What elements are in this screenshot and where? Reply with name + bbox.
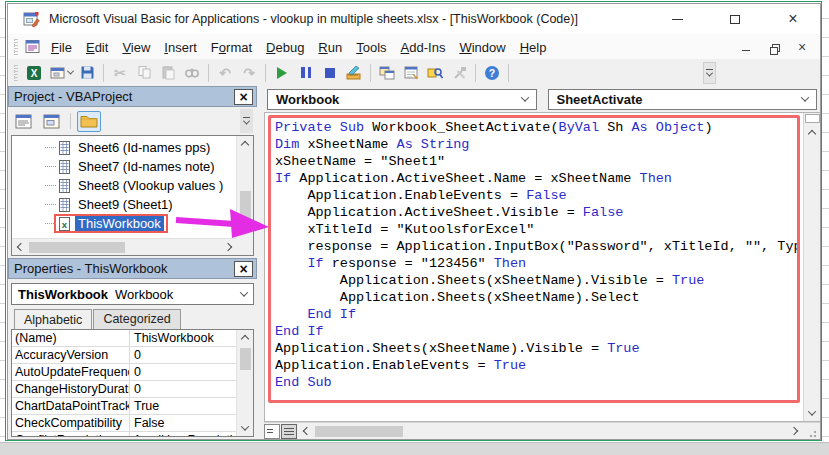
property-row[interactable]: ChangeHistoryDuratio0	[12, 381, 236, 398]
property-row[interactable]: CheckCompatibilityFalse	[12, 415, 236, 432]
scroll-up-icon[interactable]	[237, 136, 254, 153]
break-button[interactable]	[295, 62, 317, 84]
scroll-left-icon[interactable]	[12, 239, 29, 256]
insert-userform-button[interactable]	[47, 62, 69, 84]
toolbar-options-button[interactable]	[703, 62, 716, 84]
code-line: End If	[275, 306, 799, 323]
properties-window-button[interactable]	[400, 62, 422, 84]
object-browser-button[interactable]	[424, 62, 446, 84]
property-value[interactable]: 0	[130, 348, 236, 362]
menu-file[interactable]: File	[44, 37, 79, 58]
view-microsoft-excel-button[interactable]: X	[23, 62, 45, 84]
property-row[interactable]: ConflictResolution1 - xlUserResolution	[12, 432, 236, 436]
properties-vertical-scrollbar[interactable]	[236, 330, 253, 436]
property-value[interactable]: False	[130, 416, 236, 430]
scroll-down-icon[interactable]	[237, 419, 254, 436]
object-dropdown[interactable]: Workbook	[267, 89, 537, 110]
menu-debug[interactable]: Debug	[259, 37, 311, 58]
child-restore-button[interactable]	[768, 41, 780, 53]
menu-view[interactable]: View	[115, 37, 157, 58]
tree-item-sheet6-id-names-pps[interactable]: Sheet6 (Id-names pps)	[12, 138, 236, 157]
scroll-up-icon[interactable]	[237, 330, 254, 347]
tree-item-sheet7-id-names-note[interactable]: Sheet7 (Id-names note)	[12, 157, 236, 176]
tree-item-sheet8-vlookup-values[interactable]: Sheet8 (Vlookup values )	[12, 176, 236, 195]
property-value[interactable]: ThisWorkbook	[130, 331, 236, 345]
child-close-button[interactable]: ×	[796, 41, 808, 53]
menu-format[interactable]: Format	[204, 37, 259, 58]
procedure-dropdown-value: SheetActivate	[557, 92, 643, 107]
property-name: AutoUpdateFrequenc	[12, 364, 130, 380]
property-row[interactable]: AutoUpdateFrequenc0	[12, 364, 236, 381]
help-button[interactable]: ?	[481, 62, 503, 84]
property-row[interactable]: AccuracyVersion0	[12, 347, 236, 364]
full-module-view-button[interactable]	[281, 424, 297, 439]
menu-help[interactable]: Help	[513, 37, 554, 58]
code-line: Application.Sheets(xSheetName).Select	[275, 289, 799, 306]
reset-button[interactable]	[319, 62, 341, 84]
tree-item-label: ThisWorkbook	[75, 216, 164, 231]
toggle-folders-button[interactable]	[77, 111, 101, 132]
project-tree-horizontal-scrollbar[interactable]	[12, 238, 236, 255]
view-object-button[interactable]	[40, 111, 64, 132]
scroll-up-icon[interactable]	[804, 125, 821, 142]
worksheet-icon	[58, 198, 71, 212]
property-row[interactable]: (Name)ThisWorkbook	[12, 330, 236, 347]
procedure-view-button[interactable]	[264, 424, 280, 439]
code-window: Workbook SheetActivate Private Sub Workb…	[264, 86, 820, 439]
project-panel-overflow-button[interactable]	[240, 109, 253, 133]
project-tree-vertical-scrollbar[interactable]	[236, 136, 253, 238]
property-value[interactable]: True	[130, 399, 236, 413]
project-tree: Sheet6 (Id-names pps)Sheet7 (Id-names no…	[11, 135, 254, 256]
menu-addins[interactable]: Add-Ins	[394, 37, 453, 58]
property-value[interactable]: 0	[130, 382, 236, 396]
property-value[interactable]: 1 - xlUserResolution	[130, 433, 236, 436]
vba-app-icon	[23, 11, 40, 28]
copy-button	[133, 62, 155, 84]
property-row[interactable]: ChartDataPointTrackTrue	[12, 398, 236, 415]
view-code-button[interactable]	[12, 111, 36, 132]
menu-bar: FileEditViewInsertFormatDebugRunToolsAdd…	[8, 34, 820, 59]
design-mode-button[interactable]	[343, 62, 365, 84]
code-line: xTitleId = "KutoolsforExcel"	[275, 221, 799, 238]
tab-alphabetic[interactable]: Alphabetic	[14, 309, 92, 330]
menu-edit[interactable]: Edit	[79, 37, 115, 58]
property-value[interactable]: 0	[130, 365, 236, 379]
code-horizontal-scrollbar[interactable]	[264, 422, 820, 439]
standard-toolbar: X ✂ ↶ ↷	[8, 59, 820, 86]
child-window-icon[interactable]	[25, 39, 41, 54]
properties-panel-close-button[interactable]: ×	[234, 261, 253, 277]
project-panel-close-button[interactable]: ×	[234, 89, 253, 105]
project-panel-toolbar	[8, 107, 257, 135]
menu-run[interactable]: Run	[311, 37, 349, 58]
code-editor[interactable]: Private Sub Workbook_SheetActivate(ByVal…	[264, 112, 820, 422]
code-vertical-scrollbar[interactable]	[803, 113, 820, 421]
menu-window[interactable]: Window	[452, 37, 512, 58]
scroll-right-icon[interactable]	[785, 423, 802, 440]
child-minimize-button[interactable]	[740, 41, 752, 53]
maximize-button[interactable]	[728, 12, 742, 26]
tree-item-sheet9-sheet1[interactable]: Sheet9 (Sheet1)	[12, 195, 236, 214]
panel-splitter[interactable]	[257, 86, 264, 439]
toolbar-grip[interactable]	[14, 65, 18, 81]
scroll-left-icon[interactable]	[298, 423, 315, 440]
save-button[interactable]	[76, 62, 98, 84]
scroll-down-icon[interactable]	[804, 404, 821, 421]
procedure-dropdown[interactable]: SheetActivate	[548, 89, 818, 110]
code-line: End If	[275, 323, 799, 340]
svg-text:x: x	[62, 218, 68, 229]
minimize-button[interactable]	[670, 12, 684, 26]
menu-insert[interactable]: Insert	[157, 37, 204, 58]
tab-categorized[interactable]: Categorized	[93, 309, 180, 329]
close-button[interactable]: ×	[786, 12, 800, 26]
project-explorer-panel: Project - VBAProject ×	[8, 86, 257, 258]
project-explorer-button[interactable]	[376, 62, 398, 84]
code-line: Dim xSheetName As String	[275, 136, 799, 153]
menubar-grip[interactable]	[14, 39, 18, 55]
run-button[interactable]	[271, 62, 293, 84]
property-name: ChangeHistoryDuratio	[12, 381, 130, 397]
scroll-right-icon[interactable]	[219, 239, 236, 256]
split-handle[interactable]	[805, 114, 820, 123]
object-selector-dropdown[interactable]: ThisWorkbook Workbook	[11, 283, 254, 305]
menu-tools[interactable]: Tools	[349, 37, 393, 58]
tree-item-thisworkbook[interactable]: xThisWorkbook	[12, 214, 236, 233]
